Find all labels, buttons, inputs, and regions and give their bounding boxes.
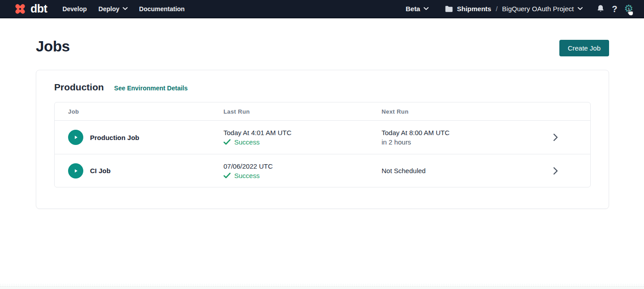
- jobs-table-header-row: Job Last Run Next Run: [55, 102, 590, 121]
- row-chevron-cell[interactable]: [541, 133, 590, 141]
- next-run-cell: Not Scheduled: [382, 167, 541, 174]
- nav-item-documentation[interactable]: Documentation: [139, 5, 185, 13]
- job-cell: Production Job: [55, 130, 223, 145]
- environment-title: Production: [54, 82, 104, 93]
- nav-item-deploy[interactable]: Deploy: [99, 5, 128, 13]
- next-run-time: Not Scheduled: [382, 167, 541, 174]
- chevron-down-icon: [424, 7, 429, 10]
- breadcrumb-project-name[interactable]: BigQuery OAuth Project: [502, 5, 583, 13]
- chevron-down-icon: [123, 7, 128, 10]
- help-icon[interactable]: ?: [612, 4, 617, 13]
- mouse-cursor: [627, 8, 634, 16]
- notifications-bell-icon[interactable]: [596, 4, 605, 13]
- table-row-ci-job[interactable]: CI Job 07/06/2022 UTC Success Not Schedu…: [55, 154, 590, 187]
- beta-dropdown[interactable]: Beta: [406, 5, 429, 13]
- status-label: Success: [234, 138, 260, 146]
- jobs-table: Job Last Run Next Run Production Job Tod…: [54, 102, 591, 187]
- last-run-cell: Today At 4:01 AM UTC Success: [223, 129, 382, 146]
- create-job-button[interactable]: Create Job: [559, 40, 609, 56]
- last-run-time: Today At 4:01 AM UTC: [223, 129, 382, 136]
- folder-icon: [445, 5, 453, 13]
- job-name[interactable]: CI Job: [90, 167, 111, 174]
- status-label: Success: [234, 172, 260, 179]
- table-row-production-job[interactable]: Production Job Today At 4:01 AM UTC Succ…: [55, 121, 590, 154]
- check-icon: [223, 173, 231, 178]
- breadcrumb-project-folder[interactable]: Shipments: [457, 5, 491, 13]
- run-play-button[interactable]: [68, 130, 83, 145]
- nav-icon-group: ? ⚙: [596, 4, 633, 14]
- column-header-next-run: Next Run: [382, 108, 541, 115]
- environment-card: Production See Environment Details Job L…: [36, 70, 609, 209]
- last-run-cell: 07/06/2022 UTC Success: [223, 162, 382, 179]
- chevron-right-icon: [553, 167, 558, 175]
- see-environment-details-link[interactable]: See Environment Details: [114, 85, 188, 92]
- play-icon: [72, 134, 79, 141]
- environment-header: Production See Environment Details: [54, 82, 591, 93]
- last-run-status: Success: [223, 172, 382, 179]
- last-run-status: Success: [223, 138, 382, 146]
- breadcrumb-separator: /: [495, 5, 498, 13]
- dbt-logo-icon: [13, 2, 27, 16]
- check-icon: [223, 139, 231, 145]
- breadcrumb: Shipments / BigQuery OAuth Project: [445, 5, 583, 13]
- settings-gear-icon[interactable]: ⚙: [624, 4, 633, 14]
- dbt-logo[interactable]: dbt: [13, 2, 47, 16]
- dbt-logo-text: dbt: [30, 3, 47, 14]
- job-cell: CI Job: [55, 163, 223, 178]
- chevron-right-icon: [553, 133, 558, 141]
- chevron-down-icon: [578, 7, 583, 10]
- column-header-job: Job: [55, 108, 223, 115]
- job-name[interactable]: Production Job: [90, 134, 139, 141]
- nav-links: Develop Deploy Documentation: [62, 5, 185, 13]
- run-play-button[interactable]: [68, 163, 83, 178]
- bottom-edge-artifact: [0, 284, 644, 285]
- next-run-cell: Today At 8:00 AM UTC in 2 hours: [382, 129, 541, 146]
- last-run-time: 07/06/2022 UTC: [223, 162, 382, 170]
- play-icon: [72, 167, 79, 174]
- top-navigation-bar: dbt Develop Deploy Documentation Beta Sh…: [0, 0, 644, 18]
- column-header-last-run: Last Run: [223, 108, 382, 115]
- nav-right-group: Beta Shipments / BigQuery OAuth Project …: [406, 4, 633, 14]
- row-chevron-cell[interactable]: [541, 167, 590, 175]
- bottom-edge-strip: [0, 286, 644, 289]
- next-run-relative: in 2 hours: [382, 138, 541, 146]
- next-run-time: Today At 8:00 AM UTC: [382, 129, 541, 136]
- nav-item-develop[interactable]: Develop: [62, 5, 86, 13]
- page-title: Jobs: [36, 38, 70, 55]
